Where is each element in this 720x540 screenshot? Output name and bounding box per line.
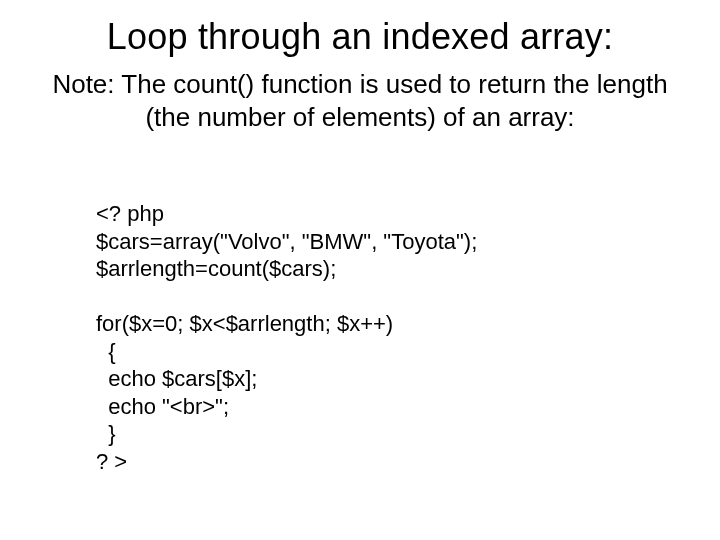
slide-title: Loop through an indexed array: [0, 16, 720, 58]
code-block: <? php $cars=array("Volvo", "BMW", "Toyo… [96, 200, 656, 475]
slide: Loop through an indexed array: Note: The… [0, 0, 720, 540]
slide-subtitle: Note: The count() function is used to re… [50, 68, 670, 133]
